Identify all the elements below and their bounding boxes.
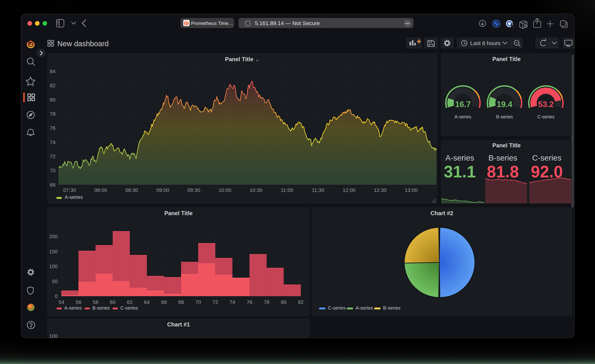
svg-text:100: 100: [49, 333, 58, 338]
